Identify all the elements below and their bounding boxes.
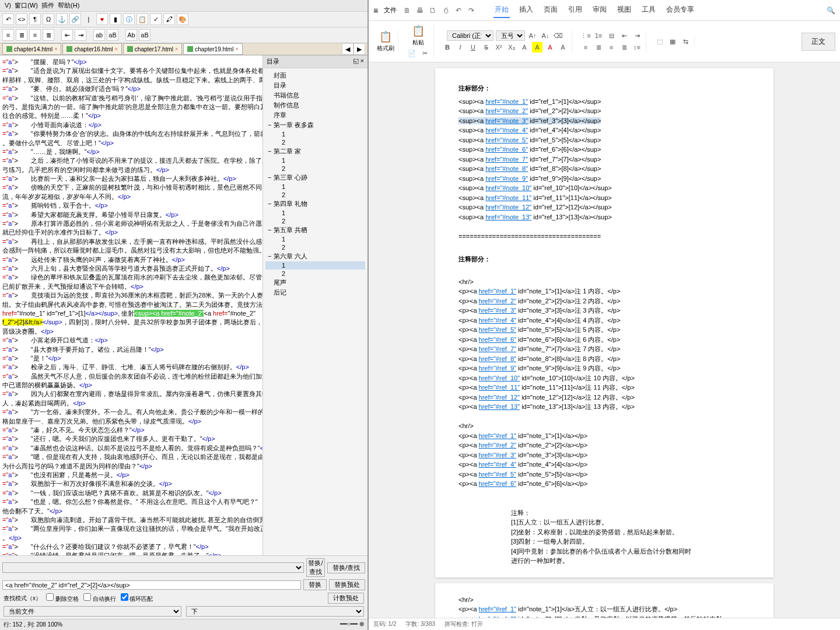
close-icon[interactable]: × bbox=[175, 46, 178, 52]
shrink-font[interactable]: A↓ bbox=[540, 30, 551, 41]
align-right[interactable]: ≡ bbox=[29, 29, 41, 41]
tab-next[interactable]: ▶ bbox=[354, 43, 365, 55]
ribbon-tab[interactable]: 工具 bbox=[640, 2, 657, 18]
close-icon[interactable]: × bbox=[115, 46, 118, 52]
tab-ch17[interactable]: chapter17.html× bbox=[123, 43, 182, 55]
size-select[interactable]: 五号 bbox=[496, 30, 525, 41]
toc-item[interactable]: −第五章 共栖 bbox=[265, 225, 365, 235]
file-menu[interactable]: 文件 bbox=[384, 6, 397, 15]
toc-item[interactable]: 2 bbox=[265, 243, 365, 251]
chk-loop[interactable]: 循环匹配 bbox=[121, 593, 153, 603]
case-ab[interactable]: ab bbox=[93, 29, 105, 41]
toc-item[interactable]: 1 bbox=[265, 156, 365, 164]
tool-omega[interactable]: Ω bbox=[43, 13, 54, 25]
copy-btn[interactable]: 📄 bbox=[407, 48, 417, 58]
qat-printer[interactable]: ⎙ bbox=[441, 6, 450, 15]
toc-item[interactable]: 1 bbox=[265, 235, 365, 243]
ribbon-tab[interactable]: 开始 bbox=[494, 2, 510, 18]
ribbon-tab[interactable]: 页面 bbox=[542, 2, 559, 18]
grow-font[interactable]: A↑ bbox=[527, 30, 538, 41]
tab-ch16[interactable]: chapter16.html× bbox=[62, 43, 121, 55]
toc-item[interactable]: −第四章 礼物 bbox=[265, 199, 365, 209]
qat-print[interactable]: 🖶 bbox=[415, 6, 425, 15]
sidebar-undock[interactable]: ◱ bbox=[353, 57, 359, 64]
ribbon-tab[interactable]: 视图 bbox=[616, 2, 632, 18]
toc-item[interactable]: 1 bbox=[265, 183, 365, 191]
number-list[interactable]: 1≡ bbox=[593, 30, 604, 41]
tabs[interactable]: ⇆ bbox=[680, 36, 691, 47]
close-icon[interactable]: × bbox=[235, 46, 238, 52]
bullet-list[interactable]: ⋮≡ bbox=[580, 30, 591, 41]
toc-item[interactable]: −第一章 夜多森 bbox=[265, 120, 365, 130]
search-input1[interactable] bbox=[2, 562, 304, 573]
align-c[interactable]: ≣ bbox=[593, 42, 604, 52]
document-area[interactable]: 注标部分： <sup><a href="#note_1" id="ref_1">… bbox=[369, 62, 840, 618]
toc-item[interactable]: 封面 bbox=[265, 71, 365, 80]
toc-item[interactable]: 2 bbox=[265, 191, 365, 199]
align-l[interactable]: ≡ bbox=[580, 42, 591, 52]
menu-window[interactable]: 窗口(W) bbox=[15, 2, 38, 9]
align-j[interactable]: ≣ bbox=[619, 42, 629, 52]
tool-clipboard[interactable]: 📋 bbox=[136, 13, 148, 25]
align-r[interactable]: ≡ bbox=[606, 42, 617, 52]
clear-format[interactable]: ⌫ bbox=[553, 30, 564, 41]
ribbon-tab[interactable]: 审阅 bbox=[592, 2, 608, 18]
ribbon-tab[interactable]: 会员专享 bbox=[665, 2, 695, 18]
find-btn[interactable]: 替换/查找 bbox=[306, 558, 325, 577]
tool-anchor[interactable]: ⚓ bbox=[56, 13, 68, 25]
menu-icon[interactable]: ≡ bbox=[373, 6, 378, 15]
toc-item[interactable]: 2 bbox=[265, 138, 365, 146]
toc-item[interactable]: 2 bbox=[265, 270, 365, 278]
qat-undo[interactable]: ↶ bbox=[454, 6, 463, 15]
ribbon-tab[interactable]: 插入 bbox=[518, 2, 534, 18]
multilevel[interactable]: ⊟ bbox=[606, 30, 617, 41]
tool-undo[interactable]: ↶ bbox=[2, 13, 14, 25]
text-color[interactable]: A bbox=[545, 42, 555, 52]
toc-item[interactable]: −第三章 心跡 bbox=[265, 173, 365, 183]
bold-btn[interactable]: B bbox=[442, 42, 453, 52]
chk-autoln[interactable]: 自动换行 bbox=[83, 593, 116, 603]
indent-inc[interactable]: ⇥ bbox=[632, 30, 642, 41]
indent-dec[interactable]: ⇤ bbox=[619, 30, 629, 41]
align-justify[interactable]: ≣ bbox=[43, 29, 54, 41]
font-select[interactable]: Calibri (正文) bbox=[447, 30, 494, 41]
search-icon[interactable]: 🔍 bbox=[826, 6, 835, 15]
case-aB[interactable]: aB bbox=[107, 29, 118, 41]
scope-select[interactable]: 当前文件 bbox=[4, 606, 181, 617]
toc-item[interactable]: 尾声 bbox=[265, 278, 365, 288]
qat-save[interactable]: 🗎 bbox=[402, 6, 412, 15]
close-icon[interactable]: × bbox=[54, 46, 57, 52]
borders[interactable]: ▦ bbox=[667, 36, 678, 47]
search-input2[interactable] bbox=[2, 580, 301, 590]
toc-item[interactable]: 1 bbox=[265, 130, 365, 138]
shading[interactable]: ⬚ bbox=[654, 36, 665, 47]
sidebar-close[interactable]: × bbox=[360, 57, 364, 64]
italic-btn[interactable]: I bbox=[455, 42, 466, 52]
toc-item[interactable]: 2 bbox=[265, 164, 365, 173]
tool-info[interactable]: ⓘ bbox=[123, 13, 135, 25]
highlight-color[interactable]: A bbox=[532, 42, 542, 52]
toc-item[interactable]: −第二章 家 bbox=[265, 146, 365, 156]
menu-help[interactable]: 帮助(H) bbox=[58, 2, 79, 9]
indent-right[interactable]: ⇥ bbox=[75, 29, 86, 41]
toc-item[interactable]: −第六章 六人 bbox=[265, 251, 365, 261]
subscript-btn[interactable]: X₂ bbox=[506, 42, 517, 52]
menu-plugin[interactable]: 插件 bbox=[41, 2, 54, 9]
body-style[interactable]: 正文 bbox=[802, 33, 835, 51]
tool-spellcheck[interactable]: ✓ bbox=[150, 13, 162, 25]
tool-code[interactable]: <> bbox=[16, 13, 27, 25]
toc-item[interactable]: 后记 bbox=[265, 288, 365, 298]
cut-btn[interactable]: ✂ bbox=[419, 48, 430, 58]
indent-left[interactable]: ⇤ bbox=[61, 29, 73, 41]
replace-btn[interactable]: 替换 bbox=[303, 579, 327, 590]
toc-item[interactable]: 序章 bbox=[265, 110, 365, 120]
tool-link[interactable]: 🔗 bbox=[69, 13, 81, 25]
replace-find-btn[interactable]: 替换/查找 bbox=[327, 562, 365, 573]
qat-redo[interactable]: ↷ bbox=[467, 6, 476, 15]
code-editor[interactable]: ="a"> "摆腿、星吗？"</p>="a"> "适合是说为了展现出似懂十文字。… bbox=[0, 55, 262, 555]
case-Ab[interactable]: Ab bbox=[125, 29, 137, 41]
toc-item[interactable]: 1 bbox=[265, 209, 365, 217]
dir-select[interactable]: 下 bbox=[186, 606, 364, 617]
align-left[interactable]: ≡ bbox=[2, 29, 14, 41]
tool-palette[interactable]: 🎨 bbox=[177, 13, 188, 25]
